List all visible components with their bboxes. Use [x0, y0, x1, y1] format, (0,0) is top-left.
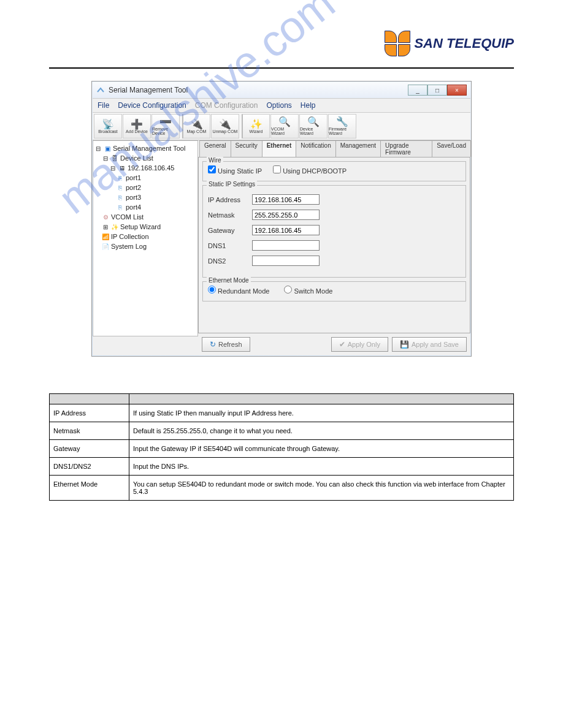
tab-upgrade-firmware[interactable]: Upgrade Firmware: [380, 140, 432, 157]
tab-ethernet[interactable]: Ethernet: [262, 140, 297, 157]
minus-icon[interactable]: ⊟: [102, 154, 109, 162]
parameter-table: IP AddressIf using Static IP then manual…: [49, 393, 514, 501]
tab-security[interactable]: Security: [231, 140, 262, 157]
menubar: File Device Configuration COM Configurat…: [93, 98, 470, 113]
vcom-icon: ⚙: [102, 213, 109, 221]
vcom-wizard-icon: 🔍: [278, 117, 291, 127]
tab-save-load[interactable]: Save/Load: [432, 140, 471, 157]
using-static-ip-checkbox-label[interactable]: Using Static IP: [208, 165, 262, 175]
using-static-ip-checkbox[interactable]: [208, 165, 216, 173]
app-icon: [96, 86, 105, 94]
ethernet-mode-group: Ethernet Mode Redundant Mode Switch Mode: [202, 281, 466, 301]
redundant-mode-radio-label[interactable]: Redundant Mode: [208, 286, 269, 295]
dns1-input[interactable]: [252, 240, 320, 251]
logo-text: SAN TELEQUIP: [414, 36, 514, 51]
tree-port1[interactable]: port1: [126, 174, 141, 181]
map-com-button[interactable]: 🔌Map COM: [182, 114, 210, 138]
tree-setup-wizard[interactable]: Setup Wizard: [120, 223, 161, 230]
setup-wizard-icon: ✨: [111, 223, 118, 230]
remove-device-button[interactable]: ➖Remove Device: [151, 114, 180, 138]
ethernet-panel: Wire Using Static IP Using DHCP/BOOTP St…: [198, 157, 470, 333]
toolbar: 📡Broadcast ➕Add Device ➖Remove Device 🔌M…: [93, 113, 470, 140]
device-tree[interactable]: ⊟▣Serial Management Tool ⊟🗄Device List ⊟…: [93, 140, 198, 336]
dns1-label: DNS1: [208, 242, 252, 249]
ip-address-input[interactable]: [252, 194, 320, 205]
using-dhcp-checkbox[interactable]: [273, 165, 281, 173]
app-window: Serial Management Tool _ □ × File Device…: [91, 81, 472, 357]
titlebar[interactable]: Serial Management Tool _ □ ×: [93, 82, 470, 98]
wizard-icon: ✨: [250, 119, 262, 129]
tree-device-ip[interactable]: 192.168.106.45: [128, 164, 174, 172]
tab-management[interactable]: Management: [335, 140, 381, 157]
dns2-input[interactable]: [252, 256, 320, 266]
menu-file[interactable]: File: [98, 101, 109, 110]
ip-collection-icon: 📶: [102, 233, 109, 240]
close-button[interactable]: ×: [447, 85, 467, 96]
redundant-mode-radio[interactable]: [208, 286, 216, 294]
refresh-icon: ↻: [210, 340, 216, 349]
logo-icon: [385, 31, 410, 56]
static-ip-group: Static IP Settings IP Address Netmask Ga…: [202, 185, 466, 278]
tree-port3[interactable]: port3: [126, 194, 141, 201]
table-row: DNS1/DNS2Input the DNS IPs.: [50, 458, 514, 476]
firmware-wizard-button[interactable]: 🔧Firmware Wizard: [328, 114, 356, 138]
device-wizard-icon: 🔍: [307, 117, 320, 127]
folder-icon: ▣: [104, 145, 111, 152]
remove-device-icon: ➖: [159, 117, 172, 127]
port-icon: ⎘: [117, 203, 124, 211]
apply-save-button[interactable]: 💾Apply and Save: [392, 337, 467, 352]
tree-port2[interactable]: port2: [126, 184, 141, 191]
tab-general[interactable]: General: [199, 140, 231, 157]
broadcast-button[interactable]: 📡Broadcast: [94, 114, 122, 138]
unmap-com-button[interactable]: 🔌Unmap COM: [211, 114, 239, 138]
tab-strip: General Security Ethernet Notification M…: [198, 140, 470, 157]
wizard-button[interactable]: ✨Wizard: [242, 114, 270, 138]
switch-mode-radio-label[interactable]: Switch Mode: [284, 286, 332, 295]
table-row: GatewayInput the Gateway IP if SE5404D w…: [50, 440, 514, 458]
table-row: NetmaskDefault is 255.255.255.0, change …: [50, 422, 514, 440]
minus-icon[interactable]: ⊟: [109, 164, 117, 172]
map-com-icon: 🔌: [191, 119, 203, 129]
add-device-icon: ➕: [131, 119, 143, 129]
menu-help[interactable]: Help: [301, 101, 316, 110]
apply-icon: ✔: [339, 340, 345, 349]
device-list-icon: 🗄: [111, 154, 118, 162]
menu-options[interactable]: Options: [266, 101, 291, 110]
apply-only-button[interactable]: ✔Apply Only: [331, 337, 388, 352]
maximize-button[interactable]: □: [427, 85, 447, 96]
tab-notification[interactable]: Notification: [296, 140, 335, 157]
unmap-com-icon: 🔌: [219, 119, 231, 129]
refresh-button[interactable]: ↻Refresh: [202, 337, 250, 352]
wire-legend: Wire: [207, 157, 223, 164]
window-title: Serial Management Tool: [109, 86, 188, 94]
table-header-0: [50, 394, 129, 404]
minimize-button[interactable]: _: [408, 85, 427, 96]
tree-device-list[interactable]: Device List: [120, 154, 153, 162]
netmask-label: Netmask: [208, 211, 252, 219]
switch-mode-radio[interactable]: [284, 286, 292, 294]
wire-group: Wire Using Static IP Using DHCP/BOOTP: [202, 161, 466, 181]
menu-device-config[interactable]: Device Configuration: [118, 101, 186, 110]
device-icon: 🖥: [118, 164, 126, 172]
dns2-label: DNS2: [208, 257, 252, 265]
using-dhcp-checkbox-label[interactable]: Using DHCP/BOOTP: [273, 165, 347, 175]
tree-system-log[interactable]: System Log: [111, 243, 147, 250]
netmask-input[interactable]: [252, 210, 320, 220]
vcom-wizard-button[interactable]: 🔍VCOM Wizard: [270, 114, 299, 138]
plus-icon[interactable]: ⊞: [102, 223, 109, 230]
system-log-icon: 📄: [102, 243, 109, 250]
gateway-input[interactable]: [252, 225, 320, 235]
table-header-1: [129, 394, 514, 404]
menu-com-config: COM Configuration: [195, 101, 258, 110]
add-device-button[interactable]: ➕Add Device: [123, 114, 151, 138]
tree-root[interactable]: Serial Management Tool: [113, 145, 185, 152]
tree-vcom-list[interactable]: VCOM List: [111, 213, 144, 221]
port-icon: ⎘: [117, 194, 124, 201]
gateway-label: Gateway: [208, 227, 252, 234]
ethernet-mode-legend: Ethernet Mode: [207, 277, 251, 284]
brand-logo: SAN TELEQUIP: [49, 31, 514, 56]
tree-port4[interactable]: port4: [126, 203, 141, 211]
device-wizard-button[interactable]: 🔍Device Wizard: [299, 114, 327, 138]
tree-ip-collection[interactable]: IP Collection: [111, 233, 149, 240]
minus-icon[interactable]: ⊟: [94, 145, 102, 152]
